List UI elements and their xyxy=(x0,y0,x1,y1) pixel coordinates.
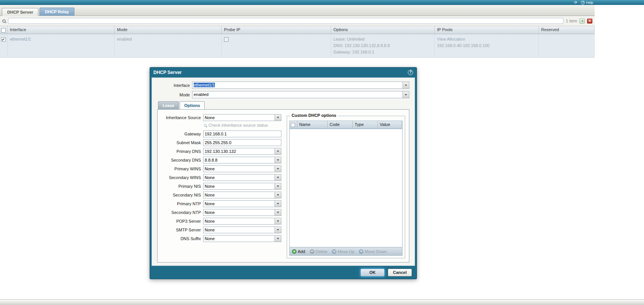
mode-dropdown-trigger[interactable] xyxy=(402,91,409,98)
primary-nis-label: Primary NIS xyxy=(161,184,201,189)
column-header-name[interactable]: Name xyxy=(297,121,328,129)
primary-dns-label: Primary DNS xyxy=(161,149,201,154)
primary-ntp-input[interactable] xyxy=(204,201,275,207)
chevron-down-icon xyxy=(277,117,279,118)
secondary-ntp-input[interactable] xyxy=(204,209,275,215)
table-header: Interface Mode Probe IP Options IP Pools… xyxy=(0,26,595,34)
secondary-wins-input[interactable] xyxy=(204,175,275,181)
column-header-type[interactable]: Type xyxy=(353,121,378,129)
inheritance-dropdown-trigger[interactable] xyxy=(275,115,281,121)
column-header-options[interactable]: Options xyxy=(331,26,435,34)
interface-combobox[interactable]: ethernet1/1 xyxy=(192,82,409,89)
interface-dropdown-trigger[interactable] xyxy=(402,82,409,88)
view-allocation-link[interactable]: View Allocation xyxy=(437,36,536,42)
tab-dhcp-server[interactable]: DHCP Server xyxy=(2,8,38,16)
dropdown-trigger[interactable] xyxy=(275,218,281,224)
column-header-mode[interactable]: Mode xyxy=(115,26,222,34)
column-header-ip-pools[interactable]: IP Pools xyxy=(435,26,539,34)
column-header-probe-ip[interactable]: Probe IP xyxy=(222,26,331,34)
refresh-icon[interactable]: ⟳ xyxy=(574,1,577,5)
probe-ip-checkbox xyxy=(224,37,229,42)
cancel-button[interactable]: Cancel xyxy=(388,269,412,277)
filter-bar: 1 item ➔ ✕ xyxy=(0,16,595,26)
cell-interface[interactable]: ethernet1/1 xyxy=(8,34,115,57)
secondary-nis-combobox[interactable] xyxy=(203,192,281,198)
pop3-server-combobox[interactable] xyxy=(203,218,281,225)
help-button[interactable]: ? Help xyxy=(581,1,593,5)
primary-wins-combobox[interactable] xyxy=(203,165,281,172)
column-header-code[interactable]: Code xyxy=(328,121,353,129)
dropdown-trigger[interactable] xyxy=(275,166,281,172)
custom-dhcp-options-group: Custom DHCP options Name Code Type Value xyxy=(287,116,405,258)
primary-nis-input[interactable] xyxy=(204,183,275,189)
pop3-server-input[interactable] xyxy=(204,218,275,224)
ok-button[interactable]: OK xyxy=(360,269,385,277)
primary-wins-label: Primary WINS xyxy=(161,167,201,171)
secondary-nis-input[interactable] xyxy=(204,192,275,198)
inheritance-source-combobox[interactable] xyxy=(203,114,281,121)
secondary-wins-combobox[interactable] xyxy=(203,174,281,181)
custom-options-toolbar: + Add − Delete ▲ Move Up xyxy=(290,247,402,255)
select-all-checkbox[interactable] xyxy=(1,28,6,33)
primary-wins-input[interactable] xyxy=(204,166,275,172)
interface-label: Interface xyxy=(157,83,190,88)
gateway-input[interactable] xyxy=(203,130,281,137)
chevron-down-icon xyxy=(277,159,279,161)
secondary-ntp-combobox[interactable] xyxy=(203,209,281,216)
primary-dns-combobox[interactable] xyxy=(203,148,281,155)
tab-lease[interactable]: Lease xyxy=(158,101,179,109)
primary-ntp-combobox[interactable] xyxy=(203,200,281,207)
dropdown-trigger[interactable] xyxy=(275,175,281,181)
smtp-server-label: SMTP Server xyxy=(161,228,201,232)
check-inheritance-label: Check inheritance source status xyxy=(208,123,268,127)
dhcp-page: ⟳ ? Help DHCP Server DHCP Relay 1 item ➔… xyxy=(0,0,644,305)
dropdown-trigger[interactable] xyxy=(275,148,281,154)
secondary-dns-combobox[interactable] xyxy=(203,157,281,164)
dropdown-trigger[interactable] xyxy=(275,201,281,207)
column-header-interface[interactable]: Interface xyxy=(8,26,115,34)
arrow-down-icon: ▼ xyxy=(359,249,363,254)
export-arrow-icon[interactable]: ➔ xyxy=(579,19,585,24)
primary-nis-combobox[interactable] xyxy=(203,183,281,190)
dhcp-server-dialog: DHCP Server ? Interface ethernet1/1 Mode… xyxy=(150,67,417,279)
delete-button[interactable]: − Delete xyxy=(310,249,328,254)
add-button[interactable]: + Add xyxy=(292,249,305,254)
smtp-server-input[interactable] xyxy=(204,227,275,233)
inheritance-source-input[interactable] xyxy=(204,115,275,121)
custom-select-all-checkbox[interactable] xyxy=(291,123,295,127)
tab-dhcp-relay[interactable]: DHCP Relay xyxy=(39,8,74,16)
chevron-down-icon xyxy=(277,186,279,187)
dns-suffix-input[interactable] xyxy=(204,236,275,242)
secondary-dns-label: Secondary DNS xyxy=(161,158,201,162)
mode-value[interactable]: enabled xyxy=(193,91,402,98)
filter-input[interactable] xyxy=(8,18,564,24)
interface-value[interactable]: ethernet1/1 xyxy=(193,82,402,88)
mode-combobox[interactable]: enabled xyxy=(192,91,409,98)
dropdown-trigger[interactable] xyxy=(275,209,281,215)
dropdown-trigger[interactable] xyxy=(275,183,281,189)
chevron-down-icon xyxy=(277,203,279,204)
primary-dns-input[interactable] xyxy=(204,148,275,154)
column-header-value[interactable]: Value xyxy=(378,121,402,129)
move-down-button[interactable]: ▼ Move Down xyxy=(359,249,387,254)
dropdown-trigger[interactable] xyxy=(275,236,281,242)
row-checkbox[interactable] xyxy=(1,37,6,42)
chevron-down-icon xyxy=(405,94,407,96)
tab-options[interactable]: Options xyxy=(180,101,205,109)
gateway-label: Gateway xyxy=(161,132,201,136)
dns-suffix-combobox[interactable] xyxy=(203,235,281,242)
dropdown-trigger[interactable] xyxy=(275,157,281,163)
dropdown-trigger[interactable] xyxy=(275,227,281,233)
dropdown-trigger[interactable] xyxy=(275,192,281,198)
clear-filter-icon[interactable]: ✕ xyxy=(587,19,592,24)
column-header-reserved[interactable]: Reserved xyxy=(539,26,595,34)
smtp-server-combobox[interactable] xyxy=(203,226,281,233)
secondary-dns-input[interactable] xyxy=(204,157,275,163)
check-inheritance-link[interactable]: Check inheritance source status xyxy=(204,123,281,127)
cell-ip-pools: View Allocation 192.168.0.40-192.168.0.1… xyxy=(435,34,539,57)
dialog-help-icon[interactable]: ? xyxy=(408,70,413,75)
subnet-mask-input[interactable] xyxy=(203,139,281,146)
move-up-button[interactable]: ▲ Move Up xyxy=(332,249,354,254)
secondary-nis-label: Secondary NIS xyxy=(161,193,201,197)
table-row[interactable]: ethernet1/1 enabled Lease: Unlimited DNS… xyxy=(0,34,595,58)
